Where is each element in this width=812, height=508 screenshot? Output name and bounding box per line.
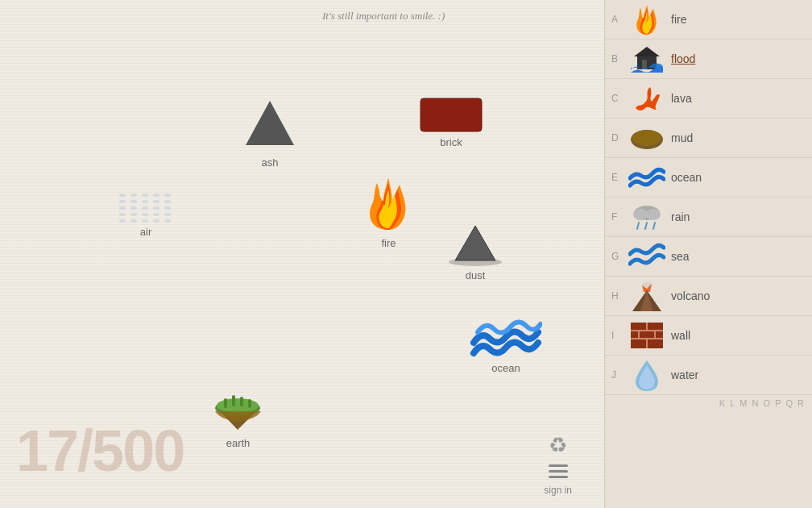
- svg-rect-12: [248, 399, 251, 408]
- sidebar-letter-f: F: [611, 211, 628, 223]
- element-brick[interactable]: brick: [419, 97, 483, 148]
- svg-rect-10: [232, 395, 235, 406]
- sidebar-letter-h: H: [611, 290, 628, 302]
- element-earth[interactable]: earth: [208, 377, 268, 449]
- svg-point-19: [633, 209, 648, 220]
- svg-rect-1: [420, 98, 482, 131]
- sidebar-label-fire: fire: [671, 13, 686, 26]
- element-ash[interactable]: ash: [242, 97, 298, 169]
- sidebar-letter-e: E: [611, 172, 628, 183]
- ocean-icon: [470, 314, 542, 359]
- sidebar-item-ocean[interactable]: E ocean: [605, 158, 812, 198]
- sidebar-lava-icon: [628, 82, 666, 115]
- svg-point-17: [632, 130, 661, 146]
- fire-icon: [362, 173, 415, 234]
- svg-marker-13: [634, 47, 660, 56]
- svg-point-8: [217, 398, 259, 413]
- recycle-icon[interactable]: ♻: [549, 433, 567, 458]
- top-message: It's still important to smile. :): [322, 10, 445, 23]
- sidebar-letter-c: C: [611, 93, 628, 104]
- sidebar-label-water: water: [671, 369, 698, 381]
- sidebar-label-sea: sea: [671, 250, 690, 263]
- sidebar-item-wall[interactable]: I wall: [605, 316, 812, 356]
- sidebar-letter-d: D: [611, 132, 628, 144]
- sidebar-letter-a: A: [611, 14, 628, 25]
- element-dust[interactable]: dust: [447, 222, 503, 281]
- sidebar-letter-g: G: [611, 251, 628, 262]
- sidebar-item-fire[interactable]: A fire: [605, 0, 812, 40]
- svg-line-22: [645, 223, 647, 229]
- sidebar-item-water[interactable]: J water: [605, 356, 812, 395]
- sidebar-wall-icon: [628, 319, 666, 352]
- sidebar-fire-icon: [628, 3, 666, 35]
- sidebar-label-volcano: volcano: [671, 289, 710, 302]
- sidebar-item-rain[interactable]: F rain: [605, 198, 812, 237]
- sidebar-mud-icon: [628, 122, 666, 154]
- svg-line-21: [637, 223, 639, 229]
- svg-point-20: [646, 209, 661, 220]
- svg-rect-9: [224, 398, 227, 408]
- brick-icon: [419, 97, 483, 133]
- sidebar-label-flood: flood: [671, 52, 695, 65]
- sidebar: A fire B flood C: [604, 0, 812, 508]
- sidebar-label-mud: mud: [671, 131, 693, 144]
- sidebar-sea-icon: [628, 240, 666, 273]
- svg-marker-4: [455, 226, 495, 260]
- sidebar-item-lava[interactable]: C lava: [605, 79, 812, 119]
- ocean-label: ocean: [491, 362, 520, 374]
- sidebar-label-ocean: ocean: [671, 171, 702, 184]
- sign-in-label[interactable]: sign in: [544, 485, 572, 496]
- sidebar-item-flood[interactable]: B flood: [605, 40, 812, 79]
- element-ocean[interactable]: ocean: [470, 314, 542, 374]
- sidebar-label-wall: wall: [671, 329, 690, 342]
- sidebar-item-mud[interactable]: D mud: [605, 119, 812, 158]
- earth-label: earth: [226, 437, 251, 449]
- air-icon: [119, 194, 172, 223]
- sidebar-label-lava: lava: [671, 92, 692, 105]
- score-counter: 17/500: [16, 418, 184, 484]
- earth-icon: [208, 377, 268, 434]
- sidebar-volcano-icon: [628, 280, 666, 312]
- element-air[interactable]: air: [119, 194, 172, 238]
- ash-label: ash: [262, 156, 279, 169]
- ash-icon: [242, 97, 298, 153]
- brick-label: brick: [440, 136, 462, 148]
- sidebar-letter-b: B: [611, 53, 628, 65]
- sidebar-item-sea[interactable]: G sea: [605, 237, 812, 277]
- svg-marker-0: [246, 101, 294, 145]
- air-label: air: [140, 226, 151, 238]
- sidebar-letter-i: I: [611, 330, 628, 341]
- dust-icon: [447, 222, 503, 266]
- svg-rect-11: [240, 397, 243, 406]
- element-fire[interactable]: fire: [362, 173, 415, 249]
- sidebar-water-icon: [628, 359, 666, 391]
- hamburger-menu[interactable]: [549, 464, 568, 478]
- fire-label: fire: [381, 237, 396, 249]
- main-canvas[interactable]: It's still important to smile. :) 17/500…: [0, 0, 604, 508]
- dust-label: dust: [466, 269, 486, 281]
- sidebar-letter-j: J: [611, 369, 628, 381]
- sidebar-rain-icon: [628, 201, 666, 233]
- sidebar-item-volcano[interactable]: H volcano: [605, 277, 812, 316]
- sidebar-label-rain: rain: [671, 210, 690, 223]
- svg-line-23: [653, 223, 655, 229]
- sidebar-ocean-icon: [628, 161, 666, 194]
- sidebar-flood-icon: [628, 43, 666, 75]
